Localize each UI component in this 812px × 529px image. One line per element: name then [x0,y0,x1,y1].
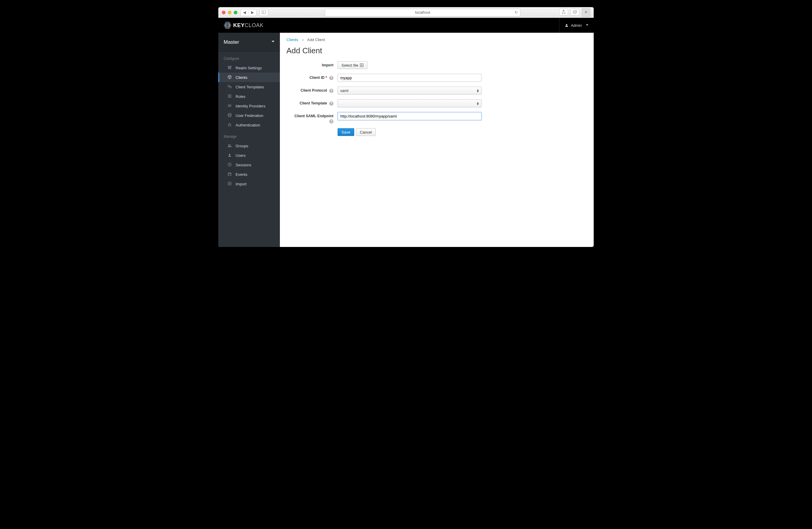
sidebar-item-label: Groups [235,144,248,148]
url-host: localhost [415,10,430,15]
clock-icon [227,162,232,168]
sidebar-item-import[interactable]: Import [218,179,280,189]
chevron-updown-icon: ▲▼ [477,102,479,105]
label-client-template: Client Template [300,101,327,105]
cancel-button[interactable]: Cancel [356,128,376,136]
realm-selector[interactable]: Master [218,33,280,52]
app-logo[interactable]: KEYCLOAK [224,22,263,29]
sidebar-item-sessions[interactable]: Sessions [218,160,280,170]
svg-rect-20 [228,173,231,175]
sidebar-item-groups[interactable]: Groups [218,141,280,151]
user-label: Admin [571,23,582,28]
import-icon [360,63,363,67]
main-content: Clients » Add Client Add Client Import S… [280,33,594,247]
users-icon [227,143,232,148]
sidebar: Master Configure Realm Settings Clients [218,33,280,247]
required-marker: * [326,75,327,80]
chevron-down-icon [272,39,275,45]
svg-rect-2 [573,11,576,13]
zoom-window-icon[interactable] [234,11,237,14]
client-protocol-select[interactable]: saml ▲▼ [337,87,481,95]
client-id-input[interactable] [337,74,481,82]
window-controls [222,11,237,14]
chevron-down-icon [584,23,588,28]
breadcrumb: Clients » Add Client [287,38,587,42]
svg-point-9 [229,68,230,69]
cubes-icon [227,85,232,89]
svg-rect-0 [262,11,266,14]
exchange-icon [227,103,232,109]
help-icon[interactable]: ? [329,101,333,105]
page-title: Add Client [287,46,587,55]
section-label-configure: Configure [218,52,280,63]
new-tab-button[interactable]: + [582,8,590,17]
sliders-icon [227,66,232,71]
nav-forward-icon[interactable]: ▶ [248,10,256,15]
sidebar-item-label: Realm Settings [235,66,262,70]
svg-rect-3 [574,10,577,13]
user-icon [227,153,232,158]
svg-point-16 [229,144,230,145]
app-header: KEYCLOAK Admin [218,18,594,33]
tabs-icon[interactable] [570,8,579,15]
sidebar-item-label: Client Templates [235,85,264,89]
sidebar-item-label: Events [235,172,247,177]
browser-window: ◀ ▶ localhost ↻ + KEYCLOAK [218,7,594,247]
sidebar-item-label: Clients [235,75,247,80]
client-template-select[interactable]: ▲▼ [337,99,481,108]
user-menu[interactable]: Admin [559,18,588,33]
import-icon [227,182,232,187]
breadcrumb-separator: » [302,38,304,42]
svg-rect-15 [229,124,231,126]
url-bar[interactable]: localhost ↻ [325,9,521,16]
save-button[interactable]: Save [337,128,354,136]
sidebar-item-client-templates[interactable]: Client Templates [218,82,280,92]
sidebar-item-authentication[interactable]: Authentication [218,120,280,130]
sidebar-item-label: Users [235,153,246,158]
label-import: Import [287,61,337,67]
sidebar-toggle-icon[interactable] [259,9,268,16]
chevron-updown-icon: ▲▼ [477,89,479,92]
close-window-icon[interactable] [222,11,226,14]
select-file-button[interactable]: Select file [337,61,367,69]
realm-name: Master [224,39,239,45]
label-client-protocol: Client Protocol [301,88,327,92]
help-icon[interactable]: ? [329,76,333,80]
svg-point-8 [228,66,229,67]
svg-point-10 [231,66,231,67]
lock-icon [227,123,232,128]
saml-endpoint-input[interactable] [337,112,481,120]
cube-icon [227,75,232,80]
share-icon[interactable] [559,8,568,15]
svg-point-18 [229,154,231,155]
breadcrumb-link-clients[interactable]: Clients [287,38,298,42]
sidebar-item-label: Import [235,182,247,186]
svg-point-17 [230,145,231,145]
breadcrumb-current: Add Client [307,38,325,42]
sidebar-item-label: Authentication [235,123,260,127]
help-icon[interactable]: ? [329,89,333,93]
section-label-manage: Manage [218,130,280,141]
logo-text: KEYCLOAK [233,22,263,29]
label-saml-endpoint: Client SAML Endpoint [294,114,333,118]
user-icon [565,24,568,27]
nav-back-icon[interactable]: ◀ [241,10,248,15]
sidebar-item-clients[interactable]: Clients [218,73,280,82]
help-icon[interactable]: ? [329,119,333,124]
logo-icon [224,22,231,29]
minimize-window-icon[interactable] [228,11,231,14]
nav-back-forward[interactable]: ◀ ▶ [240,9,256,16]
sidebar-item-identity-providers[interactable]: Identity Providers [218,101,280,111]
select-value: saml [340,88,348,93]
svg-point-4 [566,24,567,26]
sidebar-item-user-federation[interactable]: User Federation [218,111,280,120]
database-icon [227,113,232,118]
sidebar-item-realm-settings[interactable]: Realm Settings [218,63,280,73]
reload-icon[interactable]: ↻ [514,10,518,15]
sidebar-item-events[interactable]: Events [218,170,280,179]
sidebar-item-users[interactable]: Users [218,151,280,160]
sidebar-item-label: User Federation [235,113,263,118]
label-client-id: Client ID [309,75,324,80]
sidebar-item-label: Sessions [235,163,251,167]
sidebar-item-roles[interactable]: Roles [218,92,280,101]
